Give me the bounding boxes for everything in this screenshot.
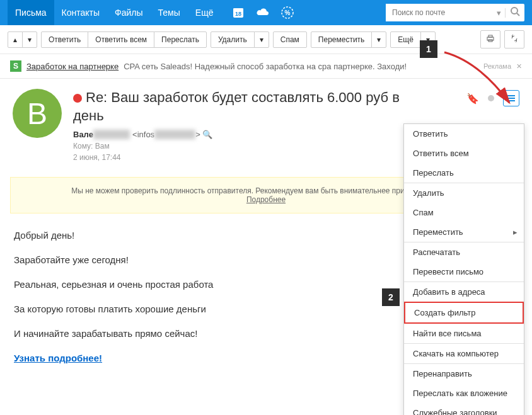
flag-icon[interactable]: 🔖: [466, 93, 479, 105]
ctx-create-filter[interactable]: Создать фильтр: [404, 302, 524, 324]
ad-badge-icon: S: [10, 60, 21, 72]
ctx-reply[interactable]: Ответить: [404, 124, 524, 144]
avatar: В: [13, 89, 62, 138]
ctx-find-all[interactable]: Найти все письма: [404, 324, 524, 343]
ctx-print[interactable]: Распечатать: [404, 242, 524, 262]
svg-line-6: [517, 13, 519, 16]
move-button[interactable]: Переместить: [311, 31, 373, 48]
ctx-reply-all[interactable]: Ответить всем: [404, 144, 524, 163]
nav-down-button[interactable]: ▾: [22, 31, 37, 48]
ctx-add-address[interactable]: Добавить в адреса: [404, 281, 524, 302]
discount-icon[interactable]: %: [281, 6, 294, 19]
svg-text:18: 18: [235, 11, 241, 17]
context-menu: Ответить Ответить всем Переслать Удалить…: [403, 123, 524, 386]
unread-dot-icon: [73, 94, 82, 103]
toolbar: ▴ ▾ Ответить Ответить всем Переслать Уда…: [0, 25, 532, 54]
ctx-redirect[interactable]: Перенаправить: [404, 363, 524, 384]
ctx-spam[interactable]: Спам: [404, 203, 524, 222]
ctx-download[interactable]: Скачать на компьютер: [404, 343, 524, 363]
ad-label: Реклама: [483, 62, 511, 70]
delete-dropdown[interactable]: ▾: [254, 31, 269, 48]
forward-button[interactable]: Переслать: [154, 31, 207, 48]
nav-contacts[interactable]: Контакты: [54, 0, 107, 25]
search-box: ▾: [386, 4, 524, 21]
callout-2: 2: [382, 288, 400, 306]
svg-text:%: %: [285, 9, 291, 16]
date-line: 2 июня, 17:44: [73, 153, 413, 162]
ad-close-icon[interactable]: ✕: [516, 62, 522, 71]
ctx-forward-attach[interactable]: Переслать как вложение: [404, 384, 524, 386]
calendar-icon[interactable]: 18: [232, 6, 245, 19]
ad-banner: S Заработок на партнерке CPA сеть Salead…: [0, 54, 532, 79]
reply-button[interactable]: Ответить: [41, 31, 88, 48]
mark-dot-icon[interactable]: [488, 95, 494, 101]
message-subject: Re: Ваш заработок будет составлять 6.000…: [73, 89, 413, 125]
delete-button[interactable]: Удалить: [211, 31, 255, 48]
nav-mail[interactable]: Письма: [8, 0, 54, 25]
svg-point-5: [511, 8, 518, 14]
svg-rect-8: [489, 35, 492, 37]
warning-more-link[interactable]: Подробнее: [246, 195, 286, 204]
from-line: Валеxxxxxxxxx <infosxxxxxxxxxx> 🔍: [73, 130, 413, 139]
cloud-icon[interactable]: [256, 8, 270, 18]
spam-button[interactable]: Спам: [273, 31, 307, 48]
to-line: Кому: Вам: [73, 142, 413, 151]
search-sender-icon[interactable]: 🔍: [202, 130, 212, 139]
callout-1: 1: [420, 40, 437, 58]
move-dropdown[interactable]: ▾: [371, 31, 386, 48]
ad-text: CPA сеть Saleads! Надежный способ зарабо…: [124, 62, 407, 71]
nav-themes[interactable]: Темы: [151, 0, 188, 25]
ad-title[interactable]: Заработок на партнерке: [26, 62, 119, 71]
ctx-forward[interactable]: Переслать: [404, 163, 524, 183]
ctx-move[interactable]: Переместить: [404, 222, 524, 242]
nav-files[interactable]: Файлы: [107, 0, 150, 25]
ctx-delete[interactable]: Удалить: [404, 183, 524, 203]
search-dropdown[interactable]: ▾: [493, 8, 506, 18]
learn-more-link[interactable]: Узнать подробнее!: [14, 353, 102, 363]
top-nav: Письма Контакты Файлы Темы Ещё 18 % ▾: [0, 0, 532, 25]
search-input[interactable]: [386, 4, 493, 21]
message-menu-button[interactable]: [503, 90, 519, 106]
nav-more[interactable]: Ещё: [188, 0, 221, 25]
nav-up-button[interactable]: ▴: [8, 31, 23, 48]
ctx-translate[interactable]: Перевести письмо: [404, 262, 524, 281]
refresh-button[interactable]: [504, 30, 524, 48]
reply-all-button[interactable]: Ответить всем: [88, 31, 154, 48]
print-button[interactable]: [480, 30, 500, 48]
more-button[interactable]: Ещё: [390, 31, 421, 48]
search-button[interactable]: [506, 6, 524, 19]
